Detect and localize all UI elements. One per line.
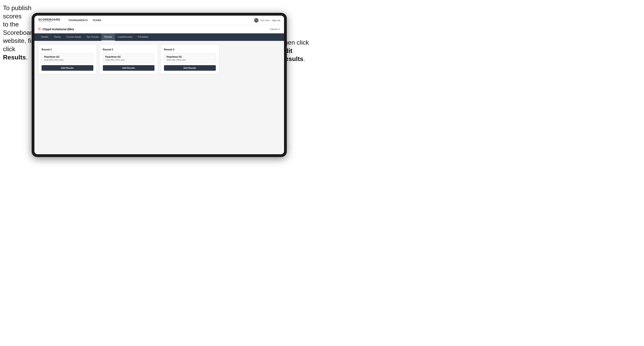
edit-results-button-3[interactable]: Edit Results bbox=[164, 65, 216, 71]
logo-text: SCOREBOARD bbox=[38, 18, 60, 21]
logo-area: SCOREBOARD Powered by clippd bbox=[38, 18, 60, 22]
sign-out-link[interactable]: Sign out bbox=[272, 19, 280, 21]
course-card-1: Peachtree GC Gold (M) (7010 yds) bbox=[42, 53, 93, 63]
tournament-name: Clippd Invitational (Min) bbox=[42, 28, 74, 31]
logo-powered: Powered by clippd bbox=[38, 21, 60, 22]
empty-slot bbox=[222, 45, 280, 74]
user-name: Test User | bbox=[260, 19, 270, 21]
tablet: SCOREBOARD Powered by clippd TOURNAMENTS… bbox=[32, 13, 287, 157]
nav-links: TOURNAMENTS TEAMS bbox=[68, 19, 248, 22]
round-1-title: Round 1 bbox=[42, 48, 93, 51]
close-icon: ✕ bbox=[278, 28, 280, 31]
course-name-3: Peachtree GC bbox=[166, 55, 213, 58]
cancel-button[interactable]: Cancel ✕ bbox=[270, 28, 280, 31]
round-card-2: Round 2 Peachtree GC Gold (M) (7010 yds)… bbox=[100, 45, 158, 74]
tab-course-setup[interactable]: Course Setup bbox=[64, 33, 84, 41]
tab-details[interactable]: Details bbox=[38, 33, 51, 41]
course-card-2: Peachtree GC Gold (M) (7010 yds) bbox=[103, 53, 155, 63]
round-2-title: Round 2 bbox=[103, 48, 155, 51]
round-card-1: Round 1 Peachtree GC Gold (M) (7010 yds)… bbox=[38, 45, 96, 74]
course-details-3: Gold (M) (7010 yds) bbox=[166, 59, 213, 61]
tournament-title: C Clippd Invitational (Min) bbox=[38, 27, 270, 31]
tab-results[interactable]: Results bbox=[102, 33, 115, 41]
round-3-title: Round 3 bbox=[164, 48, 216, 51]
main-content: Round 1 Peachtree GC Gold (M) (7010 yds)… bbox=[34, 41, 284, 154]
tab-teams[interactable]: Teams bbox=[51, 33, 64, 41]
nav-right: TU Test User | Sign out bbox=[254, 18, 280, 22]
clippd-c-icon: C bbox=[38, 27, 41, 31]
tab-tee-groups[interactable]: Tee Groups bbox=[84, 33, 102, 41]
tournament-header: C Clippd Invitational (Min) Cancel ✕ bbox=[34, 25, 284, 33]
top-nav: SCOREBOARD Powered by clippd TOURNAMENTS… bbox=[34, 15, 284, 25]
nav-teams[interactable]: TEAMS bbox=[92, 19, 102, 22]
tablet-screen: SCOREBOARD Powered by clippd TOURNAMENTS… bbox=[34, 15, 284, 154]
sub-nav: Details Teams Course Setup Tee Groups Re… bbox=[34, 33, 284, 41]
rounds-grid: Round 1 Peachtree GC Gold (M) (7010 yds)… bbox=[38, 45, 280, 74]
course-details-2: Gold (M) (7010 yds) bbox=[106, 59, 152, 61]
course-name-2: Peachtree GC bbox=[106, 55, 152, 58]
tab-leaderboards[interactable]: Leaderboards bbox=[115, 33, 135, 41]
nav-tournaments[interactable]: TOURNAMENTS bbox=[68, 19, 88, 22]
edit-results-button-2[interactable]: Edit Results bbox=[103, 65, 155, 71]
course-name-1: Peachtree GC bbox=[44, 55, 91, 58]
user-avatar: TU bbox=[254, 18, 258, 22]
course-card-3: Peachtree GC Gold (M) (7010 yds) bbox=[164, 53, 216, 63]
round-card-3: Round 3 Peachtree GC Gold (M) (7010 yds)… bbox=[161, 45, 219, 74]
tab-printables[interactable]: Printables bbox=[135, 33, 151, 41]
edit-results-button-1[interactable]: Edit Results bbox=[42, 65, 93, 71]
course-details-1: Gold (M) (7010 yds) bbox=[44, 59, 91, 61]
